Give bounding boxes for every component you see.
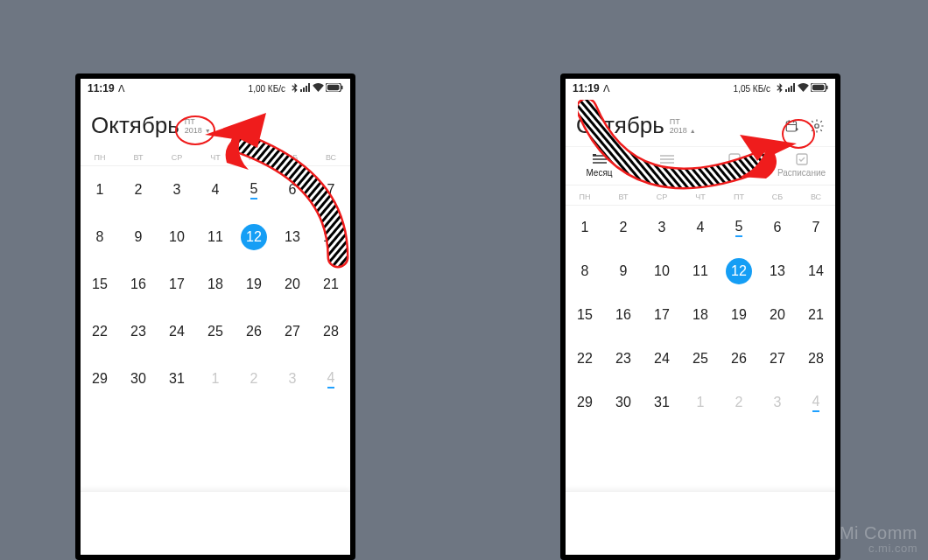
calendar-day[interactable]: 6 bbox=[273, 166, 312, 214]
calendar-day[interactable]: 7 bbox=[797, 206, 835, 249]
calendar-day[interactable]: 29 bbox=[81, 355, 119, 402]
calendar-day[interactable]: 19 bbox=[720, 293, 758, 337]
svg-rect-7 bbox=[826, 86, 828, 90]
month-title: Октябрь bbox=[91, 112, 179, 139]
calendar-day[interactable]: 1 bbox=[196, 355, 235, 402]
year-selector[interactable]: ПТ 2018 ▲ bbox=[670, 118, 696, 139]
weekday-label: ВТ bbox=[119, 153, 158, 162]
weekday-row: ПНВТСРЧТПТСБВС bbox=[81, 146, 350, 166]
calendar-day[interactable]: 21 bbox=[312, 261, 350, 308]
calendar-day[interactable]: 7 bbox=[312, 166, 350, 214]
svg-rect-6 bbox=[812, 85, 825, 90]
calendar-day[interactable]: 26 bbox=[235, 308, 273, 355]
calendar-day[interactable]: 12 bbox=[235, 214, 273, 261]
calendar-day[interactable]: 16 bbox=[604, 293, 643, 337]
day-view-icon bbox=[700, 152, 768, 166]
calendar-day[interactable]: 2 bbox=[235, 355, 273, 402]
calendar-day[interactable]: 4 bbox=[797, 381, 835, 424]
schedule-view-icon bbox=[768, 152, 835, 166]
calendar-day[interactable]: 4 bbox=[312, 355, 350, 402]
calendar-day[interactable]: 1 bbox=[566, 206, 604, 249]
calendar-day[interactable]: 11 bbox=[196, 214, 235, 261]
calendar-day[interactable]: 29 bbox=[566, 381, 604, 424]
calendar-day[interactable]: 14 bbox=[797, 249, 835, 293]
calendar-day[interactable]: 5 bbox=[235, 166, 273, 214]
calendar-day[interactable]: 10 bbox=[643, 249, 681, 293]
calendar-day[interactable]: 22 bbox=[81, 308, 119, 355]
month-title: Октябрь bbox=[576, 112, 664, 139]
weekday-label: СБ bbox=[758, 192, 797, 201]
event-panel[interactable] bbox=[81, 491, 350, 555]
battery-icon bbox=[811, 83, 828, 94]
calendar-day[interactable]: 10 bbox=[158, 214, 196, 261]
calendar-day[interactable]: 15 bbox=[566, 293, 604, 337]
calendar-day[interactable]: 22 bbox=[566, 337, 604, 381]
calendar-day[interactable]: 1 bbox=[681, 381, 720, 424]
calendar-day[interactable]: 4 bbox=[196, 166, 235, 214]
calendar-day[interactable]: 3 bbox=[158, 166, 196, 214]
calendar-day[interactable]: 11 bbox=[681, 249, 720, 293]
calendar-day[interactable]: 25 bbox=[681, 337, 720, 381]
calendar-day[interactable]: 6 bbox=[758, 206, 797, 249]
calendar-day[interactable]: 25 bbox=[196, 308, 235, 355]
weekday-label: ЧТ bbox=[196, 153, 235, 162]
calendar-day[interactable]: 4 bbox=[681, 206, 720, 249]
bluetooth-icon bbox=[291, 83, 299, 94]
calendar-day[interactable]: 30 bbox=[604, 381, 643, 424]
calendar-day[interactable]: 31 bbox=[158, 355, 196, 402]
calendar-day[interactable]: 15 bbox=[81, 261, 119, 308]
calendar-day[interactable]: 20 bbox=[273, 261, 312, 308]
calendar-day[interactable]: 28 bbox=[312, 308, 350, 355]
calendar-day[interactable]: 1 bbox=[81, 166, 119, 214]
calendar-day[interactable]: 20 bbox=[758, 293, 797, 337]
status-network: 1,00 КБ/с bbox=[249, 84, 285, 94]
calendar-day[interactable]: 31 bbox=[643, 381, 681, 424]
svg-rect-2 bbox=[341, 86, 343, 90]
calendar-day[interactable]: 13 bbox=[273, 214, 312, 261]
calendar-day[interactable]: 19 bbox=[235, 261, 273, 308]
calendar-day[interactable]: 5 bbox=[720, 206, 758, 249]
calendar-day[interactable]: 9 bbox=[604, 249, 643, 293]
calendar-day[interactable]: 16 bbox=[119, 261, 158, 308]
jump-to-date-icon[interactable] bbox=[784, 118, 800, 137]
tab-label: День bbox=[724, 168, 744, 178]
calendar-day[interactable]: 17 bbox=[158, 261, 196, 308]
calendar-day[interactable]: 12 bbox=[720, 249, 758, 293]
calendar-day[interactable]: 26 bbox=[720, 337, 758, 381]
tab-schedule[interactable]: Расписание bbox=[768, 147, 835, 185]
tab-month[interactable]: Месяц bbox=[566, 147, 633, 185]
tab-day[interactable]: День bbox=[700, 147, 768, 185]
year-label: 2018 bbox=[185, 127, 202, 136]
calendar-day[interactable]: 8 bbox=[566, 249, 604, 293]
calendar-day[interactable]: 3 bbox=[758, 381, 797, 424]
calendar-day[interactable]: 18 bbox=[681, 293, 720, 337]
calendar-day[interactable]: 14 bbox=[312, 214, 350, 261]
settings-icon[interactable] bbox=[809, 118, 825, 137]
calendar-day[interactable]: 23 bbox=[604, 337, 643, 381]
calendar-day[interactable]: 28 bbox=[797, 337, 835, 381]
gps-icon: ᐱ bbox=[603, 83, 610, 94]
calendar-grid: 1234567891011121314151617181920212223242… bbox=[81, 166, 350, 402]
calendar-day[interactable]: 8 bbox=[81, 214, 119, 261]
calendar-day[interactable]: 21 bbox=[797, 293, 835, 337]
calendar-day[interactable]: 24 bbox=[158, 308, 196, 355]
calendar-day[interactable]: 17 bbox=[643, 293, 681, 337]
calendar-day[interactable]: 27 bbox=[273, 308, 312, 355]
calendar-day[interactable]: 3 bbox=[273, 355, 312, 402]
calendar-day[interactable]: 9 bbox=[119, 214, 158, 261]
calendar-day[interactable]: 2 bbox=[720, 381, 758, 424]
year-selector[interactable]: ПТ 2018 ▼ bbox=[185, 118, 211, 139]
calendar-day[interactable]: 30 bbox=[119, 355, 158, 402]
calendar-day[interactable]: 27 bbox=[758, 337, 797, 381]
calendar-day[interactable]: 2 bbox=[119, 166, 158, 214]
calendar-day[interactable]: 18 bbox=[196, 261, 235, 308]
tab-week[interactable]: Неделя bbox=[633, 147, 700, 185]
calendar-day[interactable]: 13 bbox=[758, 249, 797, 293]
calendar-day[interactable]: 3 bbox=[643, 206, 681, 249]
calendar-day[interactable]: 2 bbox=[604, 206, 643, 249]
svg-rect-1 bbox=[327, 85, 340, 90]
calendar-day[interactable]: 23 bbox=[119, 308, 158, 355]
calendar-day[interactable]: 24 bbox=[643, 337, 681, 381]
event-panel[interactable] bbox=[566, 491, 835, 555]
screen: 11:19 ᐱ 1,00 КБ/с Октябрь ПТ 2018 bbox=[81, 79, 350, 555]
